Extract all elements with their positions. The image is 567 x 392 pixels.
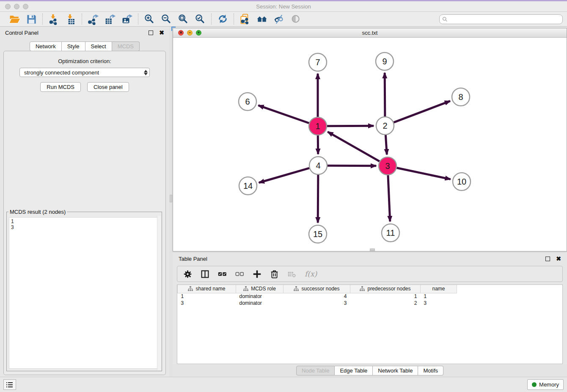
export-network-icon[interactable]: [87, 13, 99, 25]
table-cell[interactable]: 3: [421, 300, 457, 306]
save-session-icon[interactable]: [25, 13, 37, 25]
splitter-grip[interactable]: [170, 195, 172, 202]
graph-node-8[interactable]: 8: [452, 88, 470, 106]
canvas-resize-handle[interactable]: [370, 248, 375, 251]
graph-edge-2-3[interactable]: [385, 135, 387, 155]
export-table-icon[interactable]: [104, 13, 116, 25]
zoom-fit-icon[interactable]: [177, 13, 189, 25]
export-image-icon[interactable]: [121, 13, 133, 25]
mcds-result-title: MCDS result (2 nodes): [8, 209, 67, 215]
graph-edge-4-14[interactable]: [259, 168, 309, 182]
svg-text:3: 3: [385, 161, 390, 171]
hide-details-icon[interactable]: [273, 13, 285, 25]
function-builder-icon[interactable]: f(x): [305, 270, 317, 278]
graph-node-1[interactable]: 1: [309, 117, 327, 135]
column-header-successor-nodes[interactable]: successor nodes: [284, 285, 350, 293]
graph-edge-3-1[interactable]: [328, 132, 379, 161]
graph-node-2[interactable]: 2: [376, 117, 394, 135]
graph-node-4[interactable]: 4: [309, 157, 327, 174]
zoom-in-icon[interactable]: [143, 13, 155, 25]
network-graph: 7968124314101511: [173, 38, 567, 251]
birds-eye-icon[interactable]: [290, 13, 302, 25]
table-cell[interactable]: 1: [350, 293, 421, 300]
delete-table-icon[interactable]: [287, 270, 296, 279]
column-header-shared-name[interactable]: shared name: [178, 285, 236, 293]
svg-text:15: 15: [313, 229, 322, 239]
split-panel-icon[interactable]: [201, 270, 209, 279]
column-type-icon: [188, 286, 193, 291]
search-input[interactable]: [449, 17, 560, 22]
tab-network-table[interactable]: Network Table: [373, 366, 418, 375]
mcds-result-textarea[interactable]: 1 3: [9, 217, 160, 369]
tab-network[interactable]: Network: [30, 41, 62, 51]
column-header-predecessor-nodes[interactable]: predecessor nodes: [350, 285, 421, 293]
graph-edge-2-9[interactable]: [385, 73, 385, 116]
network-view-window: ✕ − + scc.txt 7968124314101511: [173, 28, 567, 251]
select-all-columns-icon[interactable]: [218, 270, 227, 279]
table-cell[interactable]: dominator: [236, 300, 284, 306]
table-cell[interactable]: 1: [421, 293, 457, 300]
graph-node-9[interactable]: 9: [376, 52, 394, 70]
table-cell[interactable]: 4: [284, 293, 350, 300]
import-network-icon[interactable]: [48, 13, 60, 25]
table-row[interactable]: 1dominator411: [178, 293, 457, 300]
graph-node-15[interactable]: 15: [309, 225, 327, 243]
float-table-panel-icon[interactable]: [545, 257, 550, 261]
svg-text:8: 8: [458, 92, 463, 102]
graph-edge-1-6[interactable]: [258, 105, 309, 123]
graph-node-14[interactable]: 14: [239, 177, 257, 195]
graph-node-6[interactable]: 6: [239, 93, 256, 110]
graph-node-10[interactable]: 10: [453, 173, 471, 190]
float-panel-icon[interactable]: [149, 30, 153, 35]
tab-node-table[interactable]: Node Table: [296, 366, 335, 375]
table-row[interactable]: 3dominator323: [178, 300, 457, 306]
open-file-icon[interactable]: [8, 13, 20, 25]
tab-mcds[interactable]: MCDS: [112, 41, 140, 51]
graph-edge-3-10[interactable]: [397, 168, 451, 179]
panel-splitter[interactable]: [169, 27, 173, 377]
result-scrollbar[interactable]: [157, 216, 161, 370]
graph-edge-2-8[interactable]: [394, 101, 450, 123]
graph-node-11[interactable]: 11: [382, 224, 399, 242]
table-cell[interactable]: 3: [178, 300, 236, 306]
column-header-MCDS-role[interactable]: MCDS role: [236, 285, 284, 293]
criterion-dropdown[interactable]: strongly connected component: [19, 68, 150, 77]
add-column-icon[interactable]: [253, 270, 261, 279]
tab-style[interactable]: Style: [62, 41, 85, 51]
zoom-out-icon[interactable]: [160, 13, 172, 25]
zoom-selected-icon[interactable]: [194, 13, 206, 25]
home-icon[interactable]: [256, 13, 268, 25]
table-cell[interactable]: 2: [350, 300, 421, 306]
graph-edge-3-11[interactable]: [388, 175, 390, 221]
graph-edge-4-15[interactable]: [318, 175, 318, 223]
graph-node-3[interactable]: 3: [379, 157, 396, 175]
delete-column-icon[interactable]: [270, 270, 279, 279]
table-cell[interactable]: dominator: [236, 293, 284, 300]
clone-network-icon[interactable]: [239, 13, 251, 25]
close-panel-button[interactable]: Close panel: [87, 82, 129, 92]
column-header-name[interactable]: name: [421, 285, 457, 293]
memory-status-icon: [532, 382, 537, 387]
close-table-panel-icon[interactable]: ✖: [556, 256, 561, 262]
memory-button[interactable]: Memory: [527, 379, 564, 390]
close-panel-icon[interactable]: ✖: [159, 30, 164, 36]
tab-select[interactable]: Select: [85, 41, 112, 51]
table-cell[interactable]: 1: [178, 293, 236, 300]
task-history-button[interactable]: [3, 379, 16, 390]
graph-node-7[interactable]: 7: [309, 53, 327, 71]
table-panel: Table Panel ✖ f(x) shared name MCDS role…: [173, 253, 567, 377]
graph-edge-4-3[interactable]: [328, 166, 376, 166]
run-mcds-button[interactable]: Run MCDS: [40, 82, 81, 92]
refresh-icon[interactable]: [217, 13, 228, 25]
graph-edge-1-2[interactable]: [327, 126, 374, 126]
unselect-all-columns-icon[interactable]: [235, 270, 244, 279]
search-field[interactable]: [439, 14, 563, 24]
gear-icon[interactable]: [183, 270, 192, 279]
import-table-icon[interactable]: [65, 13, 77, 25]
tab-edge-table[interactable]: Edge Table: [335, 366, 373, 375]
network-canvas[interactable]: 7968124314101511: [173, 38, 567, 251]
tab-motifs[interactable]: Motifs: [418, 366, 443, 375]
network-window-titlebar[interactable]: ✕ − + scc.txt: [173, 28, 567, 38]
table-cell[interactable]: 3: [284, 300, 350, 306]
column-type-icon: [360, 286, 365, 291]
